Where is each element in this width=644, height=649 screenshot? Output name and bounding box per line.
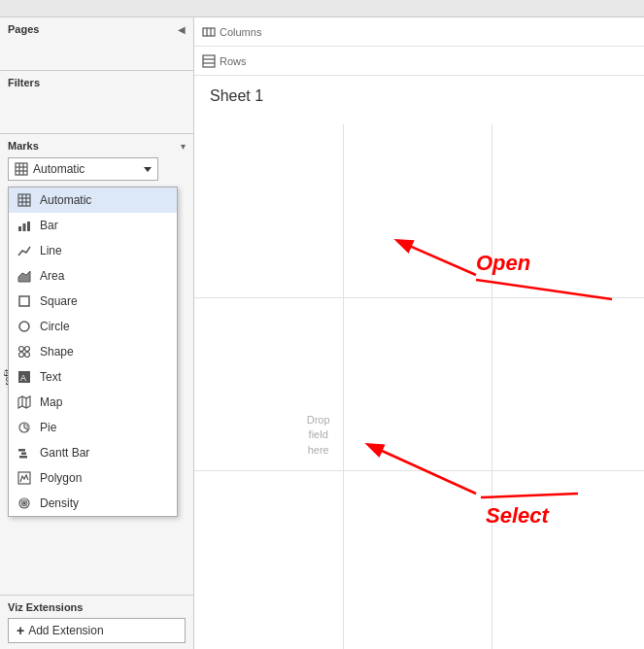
svg-rect-30: [19, 456, 27, 459]
marks-title: Marks: [8, 140, 39, 152]
plus-icon: +: [17, 623, 24, 638]
marks-dropdown-menu: Automatic Bar: [8, 187, 178, 517]
dropdown-item-text[interactable]: A Text: [9, 364, 177, 390]
collapse-icon: ◀: [178, 24, 186, 35]
line-menu-icon: [17, 243, 32, 258]
marks-dropdown-button[interactable]: Automatic: [8, 157, 158, 181]
rows-shelf-label: Rows: [202, 54, 247, 68]
marks-selected-label: Automatic: [33, 162, 85, 176]
svg-rect-0: [16, 163, 27, 175]
dropdown-item-automatic[interactable]: Automatic: [9, 188, 177, 213]
drop-line2: field: [309, 428, 328, 440]
left-sidebar: ◀ Pages Filters Marks ▾: [0, 17, 194, 649]
svg-point-17: [25, 347, 30, 352]
automatic-icon: [15, 162, 28, 176]
line-label: Line: [40, 244, 62, 257]
svg-rect-14: [19, 296, 29, 306]
filters-section: Filters: [0, 71, 193, 134]
dropdown-item-circle[interactable]: Circle: [9, 314, 177, 339]
rows-text: Rows: [220, 55, 247, 67]
drop-field-text: Drop field here: [307, 413, 330, 458]
automatic-label: Automatic: [40, 193, 91, 207]
marks-button-left: Automatic: [15, 162, 85, 176]
app-container: ◀ Pages Filters Marks ▾: [0, 0, 644, 649]
dropdown-item-pie[interactable]: Pie: [9, 415, 177, 440]
columns-text: Columns: [220, 26, 261, 38]
filters-title: Filters: [8, 77, 186, 88]
square-menu-icon: [17, 293, 32, 309]
density-menu-icon: [17, 495, 32, 511]
dropdown-item-gantt[interactable]: Gantt Bar: [9, 440, 177, 465]
marks-section: Marks ▾ Automatic: [0, 134, 193, 649]
bar-menu-icon: [17, 218, 32, 233]
svg-rect-12: [27, 222, 30, 231]
dropdown-item-line[interactable]: Line: [9, 238, 177, 263]
right-content: Columns Rows Sheet: [194, 17, 644, 649]
svg-marker-13: [18, 271, 30, 282]
text-menu-icon: A: [17, 369, 32, 385]
square-label: Square: [40, 294, 78, 308]
grid-line-h1: [194, 297, 644, 298]
columns-shelf: Columns: [194, 17, 644, 47]
grid-line-v2: [491, 124, 492, 649]
gantt-menu-icon: [17, 445, 32, 461]
circle-label: Circle: [40, 320, 70, 333]
pages-title: Pages: [8, 23, 186, 35]
svg-rect-29: [21, 453, 26, 456]
add-extension-label: Add Extension: [28, 624, 103, 637]
svg-rect-38: [203, 55, 215, 67]
area-label: Area: [40, 269, 64, 283]
svg-rect-5: [18, 194, 30, 206]
gantt-label: Gantt Bar: [40, 446, 89, 460]
svg-marker-22: [18, 396, 30, 408]
automatic-menu-icon: [17, 192, 32, 208]
circle-menu-icon: [17, 319, 32, 334]
dropdown-item-area[interactable]: Area: [9, 263, 177, 289]
svg-rect-10: [18, 226, 21, 231]
drop-line3: here: [308, 444, 329, 456]
pie-label: Pie: [40, 421, 56, 434]
pie-menu-icon: [17, 420, 32, 435]
drop-line1: Drop: [307, 414, 330, 426]
main-area: ◀ Pages Filters Marks ▾: [0, 17, 644, 649]
svg-point-18: [19, 353, 24, 358]
svg-point-16: [19, 347, 24, 352]
columns-icon: [202, 25, 216, 39]
grid-line-h2: [194, 470, 644, 471]
viz-extensions-title: Viz Extensions: [8, 601, 186, 613]
svg-point-19: [25, 353, 30, 358]
grid-line-v1: [343, 124, 344, 649]
shape-menu-icon: [17, 344, 32, 359]
rows-icon: [202, 54, 216, 68]
polygon-menu-icon: [17, 470, 32, 486]
dropdown-item-shape[interactable]: Shape: [9, 339, 177, 364]
svg-rect-35: [203, 28, 215, 36]
bar-label: Bar: [40, 219, 58, 232]
sheet-title: Sheet 1: [210, 87, 628, 105]
canvas-grid: Drop field here: [194, 124, 644, 649]
svg-text:A: A: [20, 373, 26, 383]
dropdown-item-density[interactable]: Density: [9, 491, 177, 516]
dropdown-item-map[interactable]: Map: [9, 390, 177, 415]
dropdown-item-bar[interactable]: Bar: [9, 213, 177, 238]
marks-header-chevron: ▾: [181, 141, 186, 152]
rows-shelf: Rows: [194, 47, 644, 76]
svg-point-15: [19, 322, 29, 331]
shape-label: Shape: [40, 345, 74, 359]
map-label: Map: [40, 395, 62, 409]
marks-dropdown-arrow: [144, 167, 152, 172]
svg-rect-28: [18, 449, 25, 452]
add-extension-button[interactable]: + Add Extension: [8, 618, 186, 643]
columns-shelf-label: Columns: [202, 25, 261, 39]
svg-rect-11: [23, 223, 26, 231]
top-toolbar: [0, 0, 644, 17]
area-menu-icon: [17, 268, 32, 284]
dropdown-item-polygon[interactable]: Polygon: [9, 465, 177, 491]
dropdown-item-square[interactable]: Square: [9, 289, 177, 314]
pages-section: Pages: [0, 17, 193, 71]
sidebar-collapse-button[interactable]: ◀: [174, 21, 189, 37]
text-label: Text: [40, 370, 61, 384]
polygon-label: Polygon: [40, 471, 82, 485]
svg-point-34: [23, 502, 25, 504]
marks-header: Marks ▾: [8, 140, 186, 152]
